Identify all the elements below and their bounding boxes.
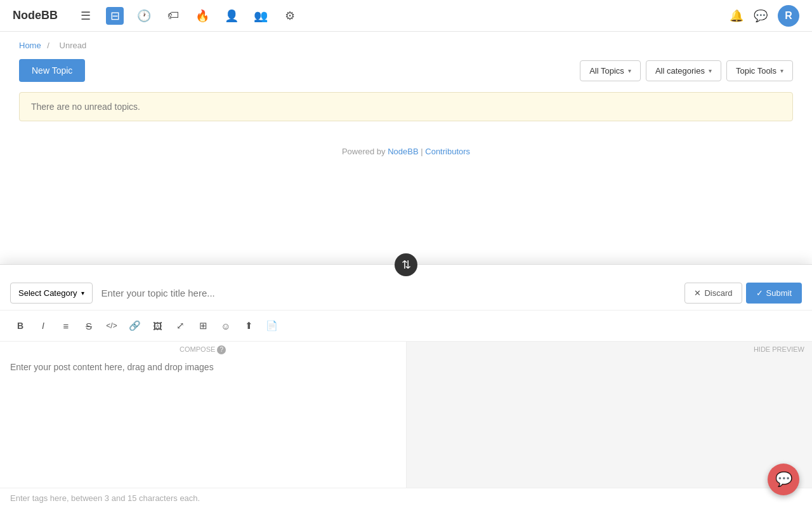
chevron-down-icon: ▾ <box>780 67 783 74</box>
contributors-link[interactable]: Contributors <box>425 147 470 156</box>
breadcrumb-home[interactable]: Home <box>19 41 41 50</box>
navbar: NodeBB ☰ ⊟ 🕐 🏷 🔥 👤 👥 ⚙ 🔔 💬 R <box>0 0 812 32</box>
brand-name: NodeBB <box>13 9 58 22</box>
no-unread-alert: There are no unread topics. <box>19 92 793 121</box>
chevron-down-icon: ▾ <box>628 67 631 74</box>
action-bar-right: All Topics ▾ All categories ▾ Topic Tool… <box>580 60 793 81</box>
groups-icon[interactable]: 👥 <box>252 7 270 25</box>
home-icon[interactable]: ⊟ <box>106 7 124 25</box>
breadcrumb-separator: / <box>47 41 49 50</box>
all-categories-dropdown[interactable]: All categories ▾ <box>646 60 721 81</box>
nav-icons: ☰ ⊟ 🕐 🏷 🔥 👤 👥 ⚙ <box>77 7 717 25</box>
menu-icon[interactable]: ☰ <box>77 7 95 25</box>
topic-tools-dropdown[interactable]: Topic Tools ▾ <box>726 60 793 81</box>
new-topic-button[interactable]: New Topic <box>19 59 85 82</box>
breadcrumb: Home / Unread <box>0 32 812 59</box>
breadcrumb-current: Unread <box>60 41 87 50</box>
all-topics-dropdown[interactable]: All Topics ▾ <box>580 60 641 81</box>
notification-icon[interactable]: 🔔 <box>730 9 743 23</box>
users-icon[interactable]: 👤 <box>223 7 240 25</box>
recent-icon[interactable]: 🕐 <box>135 7 153 25</box>
admin-icon[interactable]: ⚙ <box>281 7 299 25</box>
tags-icon[interactable]: 🏷 <box>164 7 182 25</box>
avatar[interactable]: R <box>778 5 799 27</box>
popular-icon[interactable]: 🔥 <box>193 7 211 25</box>
nodebb-link[interactable]: NodeBB <box>388 147 418 156</box>
navbar-right: 🔔 💬 R <box>730 5 799 27</box>
chevron-down-icon: ▾ <box>709 67 712 74</box>
action-bar: New Topic All Topics ▾ All categories ▾ … <box>19 59 793 82</box>
chat-icon[interactable]: 💬 <box>754 9 768 23</box>
page-footer: Powered by NodeBB | Contributors <box>19 134 793 169</box>
main-content: New Topic All Topics ▾ All categories ▾ … <box>0 59 812 182</box>
